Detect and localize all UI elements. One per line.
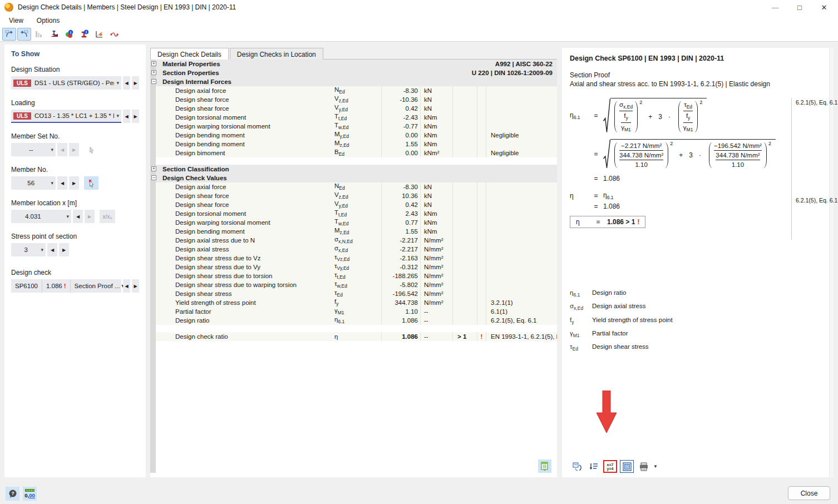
stress-point-icon[interactable] — [47, 28, 61, 41]
row-symbol: σx,Ed — [331, 245, 381, 253]
minimize-button[interactable]: — — [771, 3, 779, 12]
design-situation-next[interactable]: ▶ — [132, 76, 139, 90]
tree-indent-strip — [150, 60, 156, 473]
design-situation-prev[interactable]: ◀ — [123, 76, 130, 90]
expand-icon[interactable]: + — [151, 61, 156, 66]
sort-list-button[interactable] — [586, 460, 600, 473]
section-header-row[interactable]: +Section Classification — [156, 165, 557, 174]
section-header-row[interactable]: +Material PropertiesA992 | AISC 360-22 — [156, 60, 557, 68]
table-row[interactable]: Design ratioη6.11.086--6.2.1(5), Eq. 6.1 — [156, 316, 557, 325]
member-set-pick-icon[interactable] — [84, 143, 98, 156]
stress-point-prev[interactable]: ◀ — [47, 243, 57, 256]
warning-icon: ! — [64, 283, 66, 289]
table-row[interactable]: Design shear forceVz,Ed10.36kN — [156, 191, 557, 200]
tab-design-checks-in-location[interactable]: Design Checks in Location — [230, 48, 323, 60]
loading-info-icon[interactable]: i — [62, 28, 76, 41]
table-row[interactable]: Design torsional momentTt,Ed2.43kNm — [156, 209, 557, 218]
row-symbol: σx,N,Ed — [331, 236, 381, 244]
stress-point-combo[interactable]: 3 ▾ — [11, 243, 46, 256]
table-row[interactable]: Design shear forceVy,Ed0.42kN — [156, 200, 557, 209]
member-set-combo[interactable]: -- ▾ — [11, 143, 56, 156]
table-row[interactable]: Design shear stress due to VyτVy,Ed-0.31… — [156, 263, 557, 271]
warning-icon: ! — [637, 218, 639, 226]
row-comparison — [452, 200, 477, 209]
x-over-x0-button[interactable]: x/x₀ — [100, 210, 115, 223]
table-row[interactable]: Design bending momentMz,Ed1.55kNm — [156, 227, 557, 236]
result-diagram-icon[interactable] — [32, 28, 46, 41]
expand-icon[interactable]: + — [151, 70, 156, 75]
loading-combo[interactable]: ULS CO13 - 1.35 * LC1 + 1.35 * LC... ▾ — [11, 110, 121, 123]
table-row[interactable]: Yield strength of stress pointfy344.738N… — [156, 298, 557, 307]
picture-frame-button[interactable] — [620, 460, 634, 473]
close-button[interactable]: Close — [788, 486, 830, 500]
member-set-prev[interactable]: ◀ — [57, 143, 67, 156]
stress-point-next[interactable]: ▶ — [59, 243, 69, 256]
loading-next[interactable]: ▶ — [132, 110, 139, 123]
table-row[interactable]: Design shear stress due to VzτVz,Ed-2.16… — [156, 254, 557, 263]
maximize-button[interactable]: □ — [796, 3, 804, 12]
decimal-places-button[interactable]: 0,00 — [23, 487, 37, 501]
member-set-next[interactable]: ▶ — [69, 143, 79, 156]
row-unit: kN — [420, 182, 452, 191]
print-button[interactable] — [637, 460, 650, 473]
row-symbol: BEd — [331, 149, 381, 157]
design-check-ratio-row[interactable]: Design check ratioη1.086--> 1!EN 1993-1-… — [156, 332, 557, 341]
table-row[interactable]: Design shear stressτEd-196.542N/mm² — [156, 289, 557, 298]
export-spreadsheet-button[interactable] — [538, 459, 551, 473]
table-row[interactable]: Design shear forceVy,Ed0.42kN — [156, 104, 557, 113]
show-values-button[interactable]: x=7y=4 — [603, 460, 617, 473]
table-row[interactable]: Partial factorγM11.10--6.1(1) — [156, 307, 557, 316]
table-row[interactable]: Design warping torsional momentTw,Ed-0.7… — [156, 122, 557, 131]
member-location-combo[interactable]: 4.031 ▾ — [11, 210, 71, 223]
member-no-combo[interactable]: 56 ▾ — [11, 176, 56, 190]
table-row[interactable]: Design bimomentBEd0.00kNm²Negligible — [156, 149, 557, 157]
table-row[interactable]: Design bending momentMy,Ed0.00kNmNegligi… — [156, 131, 557, 140]
row-unit: kNm — [420, 113, 452, 122]
table-row[interactable]: Design shear forceVz,Ed-10.36kN — [156, 95, 557, 104]
member-no-pick-icon[interactable] — [84, 176, 98, 190]
navigate-previous-icon[interactable] — [2, 28, 16, 41]
design-check-combo[interactable]: SP6100 1.086! Section Proof ...▾ — [11, 279, 121, 293]
print-options-caret-icon[interactable]: ▼ — [653, 464, 658, 469]
section-header-row[interactable]: −Design Internal Forces — [156, 77, 557, 86]
result-curve-icon[interactable] — [107, 28, 121, 41]
row-symbol: τt,Ed — [331, 271, 381, 280]
row-comparison — [452, 218, 477, 227]
section-header-row[interactable]: −Design Check Values — [156, 174, 557, 182]
row-value: -8.30 — [381, 86, 420, 95]
row-unit: kN — [420, 191, 452, 200]
table-row[interactable]: Design shear stress due to warping torsi… — [156, 280, 557, 289]
expand-icon[interactable]: + — [151, 166, 156, 171]
refresh-view-button[interactable] — [570, 460, 584, 473]
member-no-next[interactable]: ▶ — [69, 176, 79, 190]
design-check-prev[interactable]: ◀ — [123, 279, 130, 293]
section-header-row[interactable]: +Section PropertiesU 220 | DIN 1026-1:20… — [156, 68, 557, 77]
collapse-icon[interactable]: − — [151, 175, 156, 180]
row-description: Design torsional moment — [156, 210, 331, 217]
loading-prev[interactable]: ◀ — [123, 110, 130, 123]
design-situation-combo[interactable]: ULS DS1 - ULS (STR/GEO) - Perm... ▾ — [11, 76, 121, 90]
table-row[interactable]: Design torsional momentTt,Ed-2.43kNm — [156, 113, 557, 122]
design-check-diagram-icon[interactable] — [92, 28, 106, 41]
table-row[interactable]: Design axial stressσx,Ed-2.217N/mm² — [156, 245, 557, 254]
table-row[interactable]: Design shear stress due to torsionτt,Ed-… — [156, 271, 557, 280]
help-button[interactable]: ? — [6, 487, 19, 501]
table-row[interactable]: Design warping torsional momentTw,Ed0.77… — [156, 218, 557, 227]
tab-design-check-details[interactable]: Design Check Details — [150, 48, 229, 60]
table-row[interactable]: Design axial forceNEd-8.30kN — [156, 182, 557, 191]
navigate-next-icon[interactable] — [17, 28, 31, 41]
scrollbar-track[interactable] — [829, 48, 834, 477]
design-check-next[interactable]: ▶ — [132, 279, 139, 293]
member-location-next[interactable]: ▶ — [85, 210, 95, 223]
section-info-icon[interactable]: i — [77, 28, 91, 41]
menu-options[interactable]: Options — [31, 16, 65, 26]
table-row[interactable]: Design bending momentMz,Ed1.55kNm — [156, 140, 557, 149]
menu-view[interactable]: View — [3, 16, 29, 26]
row-description: Design torsional moment — [156, 114, 331, 121]
collapse-icon[interactable]: − — [151, 79, 156, 84]
member-no-prev[interactable]: ◀ — [57, 176, 67, 190]
close-window-button[interactable]: ✕ — [820, 3, 828, 12]
table-row[interactable]: Design axial stress due to Nσx,N,Ed-2.21… — [156, 236, 557, 245]
member-location-prev[interactable]: ◀ — [73, 210, 83, 223]
table-row[interactable]: Design axial forceNEd-8.30kN — [156, 86, 557, 95]
